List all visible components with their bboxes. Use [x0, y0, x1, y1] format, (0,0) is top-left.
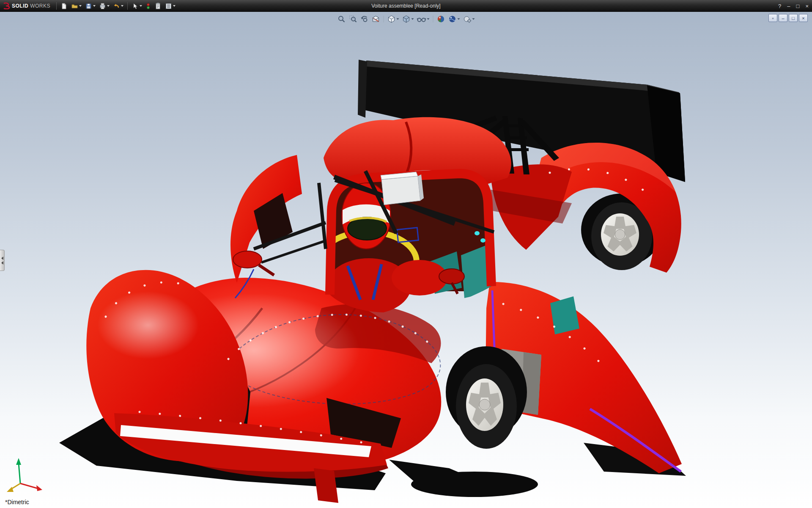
camera-box[interactable]: [381, 172, 424, 205]
previous-view-button[interactable]: [359, 14, 370, 24]
toolbar-separator: [384, 16, 384, 22]
car-model[interactable]: [0, 12, 812, 508]
zoom-to-area-button[interactable]: [348, 14, 358, 24]
selection-filter-button[interactable]: [144, 2, 152, 11]
edit-appearance-sphere-icon: [437, 15, 445, 23]
toolbar-separator: [127, 2, 128, 10]
select-cursor-icon: [132, 3, 139, 10]
display-style-dropdown-arrow[interactable]: [411, 18, 414, 20]
doc-close-button[interactable]: ×: [799, 14, 808, 22]
new-document-button[interactable]: [59, 2, 69, 11]
document-properties-icon: [154, 3, 162, 10]
doc-minimize-button[interactable]: –: [779, 14, 787, 22]
print-icon: [99, 3, 106, 10]
doc-restore-button[interactable]: □: [789, 14, 798, 22]
headsup-view-toolbar: [335, 14, 477, 24]
zoom-to-fit-icon: [337, 15, 346, 23]
previous-view-icon: [360, 15, 369, 23]
view-settings-button[interactable]: [462, 14, 476, 24]
display-style-icon: [402, 15, 411, 23]
view-orientation-label: *Dimetric: [5, 499, 29, 505]
axis-triad: [3, 457, 50, 495]
options-icon: [165, 3, 172, 10]
brand-solid: SOLID: [12, 3, 28, 9]
open-button[interactable]: [70, 2, 83, 11]
open-folder-icon: [71, 3, 78, 10]
hide-show-glasses-icon: [417, 15, 426, 23]
document-properties-button[interactable]: [153, 2, 163, 11]
title-bar: SOLIDWORKS: [0, 0, 812, 12]
hide-show-dropdown-arrow[interactable]: [427, 18, 430, 20]
select-button[interactable]: [130, 2, 143, 11]
minimize-button[interactable]: –: [786, 3, 791, 9]
side-window-teal[interactable]: [550, 296, 579, 334]
section-view-button[interactable]: [371, 14, 381, 24]
undo-button[interactable]: [112, 2, 125, 11]
wheel-front-right[interactable]: [446, 346, 527, 449]
view-orientation-button[interactable]: [387, 14, 400, 24]
x-axis-arrow: [36, 485, 42, 491]
solidworks-logo: SOLIDWORKS: [0, 3, 55, 9]
solidworks-window: SOLIDWORKS: [0, 0, 812, 508]
main-toolbar: [55, 2, 177, 11]
save-button[interactable]: [84, 2, 97, 11]
section-view-icon: [372, 15, 380, 23]
help-button[interactable]: ?: [777, 3, 782, 9]
options-dropdown-arrow[interactable]: [173, 5, 176, 7]
options-button[interactable]: [164, 2, 177, 11]
select-dropdown-arrow[interactable]: [140, 5, 142, 7]
print-button[interactable]: [98, 2, 111, 11]
toolbar-separator: [433, 16, 433, 22]
apply-scene-button[interactable]: [447, 14, 461, 24]
brand-works: WORKS: [30, 3, 50, 9]
hide-show-items-button[interactable]: [416, 14, 431, 24]
new-document-icon: [60, 3, 68, 10]
window-controls: ? – □ ×: [777, 0, 809, 12]
save-dropdown-arrow[interactable]: [93, 5, 96, 7]
view-settings-icon: [463, 15, 472, 23]
3ds-logo-icon: [3, 3, 10, 9]
window-title: Voiture assemblee [Read-only]: [371, 0, 440, 12]
zoom-to-area-icon: [349, 15, 357, 23]
feature-pane-collapse-tab[interactable]: [0, 250, 5, 271]
undo-arrow-icon: [113, 3, 120, 10]
selection-filter-icon: [145, 3, 151, 10]
print-dropdown-arrow[interactable]: [107, 5, 110, 7]
display-style-button[interactable]: [401, 14, 415, 24]
close-button[interactable]: ×: [804, 3, 809, 9]
maximize-button[interactable]: □: [796, 3, 801, 9]
apply-scene-icon: [448, 15, 457, 23]
view-orientation-dropdown-arrow[interactable]: [397, 18, 399, 20]
view-settings-dropdown-arrow[interactable]: [472, 18, 475, 20]
harness-orange: [305, 254, 325, 289]
zoom-to-fit-button[interactable]: [337, 14, 347, 24]
graphics-viewport[interactable]: ▫ – □ × *Dimetric: [0, 12, 812, 508]
edit-appearance-button[interactable]: [436, 14, 446, 24]
view-orientation-cube-icon: [387, 15, 396, 23]
open-dropdown-arrow[interactable]: [79, 5, 82, 7]
apply-scene-dropdown-arrow[interactable]: [458, 18, 460, 20]
doc-window-button[interactable]: ▫: [768, 14, 777, 22]
save-floppy-icon: [85, 3, 92, 10]
undo-dropdown-arrow[interactable]: [121, 5, 123, 7]
document-window-controls: ▫ – □ ×: [768, 14, 808, 22]
y-axis-arrow: [16, 458, 21, 465]
toolbar-separator: [56, 2, 57, 10]
